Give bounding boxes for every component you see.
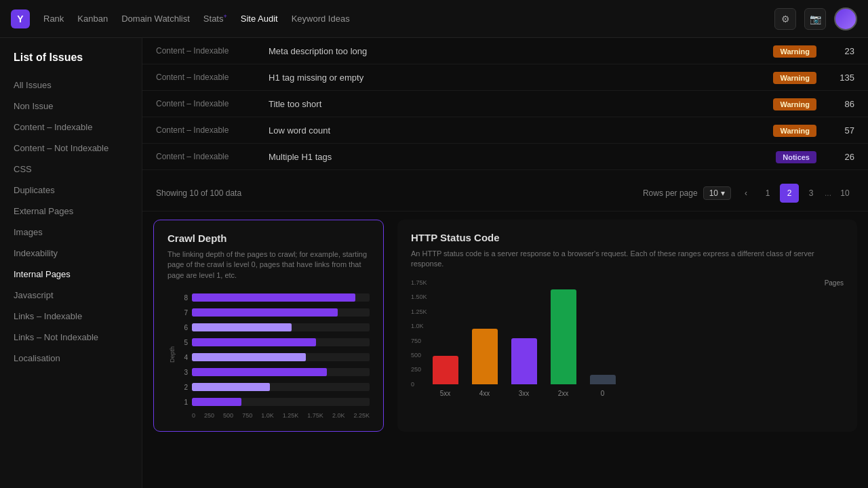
sidebar-item-all-issues[interactable]: All Issues [0, 75, 142, 96]
vbar-label-0: 0 [601, 390, 605, 397]
issue-count: 23 [827, 46, 854, 56]
issue-name: Meta description too long [269, 46, 762, 56]
vbar-4xx: 4xx [472, 329, 498, 397]
issues-table: Content – Indexable Meta description too… [142, 38, 868, 176]
issue-type: Content – Indexable [156, 152, 258, 161]
avatar[interactable] [834, 7, 857, 30]
sidebar-item-content-not-indexable[interactable]: Content – Not Indexable [0, 138, 142, 159]
sidebar-item-images[interactable]: Images [0, 222, 142, 243]
showing-text: Showing 10 of 100 data [156, 188, 241, 198]
issue-count: 86 [827, 99, 854, 109]
sidebar-item-css[interactable]: CSS [0, 159, 142, 180]
issue-name: Title too short [269, 99, 762, 109]
sidebar-item-non-issue[interactable]: Non Issue [0, 96, 142, 117]
sidebar-item-links-not-indexable[interactable]: Links – Not Indexable [0, 327, 142, 348]
nav-keyword-ideas[interactable]: Keyword Ideas [292, 14, 350, 24]
nav-rank[interactable]: Rank [43, 14, 64, 24]
issue-badge: Warning [773, 98, 816, 110]
settings-icon[interactable]: ⚙ [774, 8, 796, 30]
vbar-label-3xx: 3xx [519, 390, 530, 397]
page-buttons: ‹ 1 2 3 ... 10 [736, 184, 854, 203]
charts-area: Crawl Depth The linking depth of the pag… [142, 211, 868, 440]
logo: Y [11, 9, 30, 28]
table-row: Content – Indexable Title too short Warn… [142, 91, 868, 117]
vbar-bars: 5xx 4xx 3xx [433, 289, 844, 397]
bar-2xx [551, 289, 576, 384]
http-desc: An HTTP status code is a server response… [411, 249, 844, 270]
chevron-down-icon: ▾ [721, 188, 725, 198]
crawl-depth-desc: The linking depth of the pages to crawl;… [167, 249, 370, 281]
sidebar-item-javascript[interactable]: Javascript [0, 285, 142, 306]
issue-type: Content – Indexable [156, 99, 258, 108]
bar-4xx [472, 329, 498, 384]
http-status-card: HTTP Status Code An HTTP status code is … [397, 220, 857, 432]
table-row: Content – Indexable H1 tag missing or em… [142, 64, 868, 91]
issue-name: H1 tag missing or empty [269, 73, 762, 83]
sidebar-item-indexability[interactable]: Indexability [0, 243, 142, 264]
vbar-label-2xx: 2xx [558, 390, 569, 397]
page-btn-3[interactable]: 3 [802, 184, 821, 203]
bar-3xx [511, 338, 537, 384]
nav-kanban[interactable]: Kanban [77, 14, 108, 24]
page-btn-10[interactable]: 10 [835, 184, 854, 203]
table-row: Content – Indexable Low word count Warni… [142, 117, 868, 144]
page-btn-2[interactable]: 2 [780, 184, 799, 203]
issue-count: 26 [827, 152, 854, 162]
bar-0 [590, 375, 616, 384]
issue-badge: Warning [773, 124, 816, 136]
bar-5xx [433, 356, 458, 384]
pagination-right: Rows per page 10 ▾ ‹ 1 2 3 ... 10 [643, 184, 854, 203]
issue-badge: Warning [773, 45, 816, 57]
rows-per-page-select[interactable]: 10 ▾ [703, 186, 731, 200]
sidebar-item-duplicates[interactable]: Duplicates [0, 180, 142, 201]
sidebar-item-internal-pages[interactable]: Internal Pages [0, 264, 142, 285]
nav-stats[interactable]: Stats+ [203, 13, 227, 24]
sidebar: List of Issues All Issues Non Issue Cont… [0, 38, 142, 488]
page-btn-prev[interactable]: ‹ [736, 184, 755, 203]
issue-count: 57 [827, 125, 854, 136]
topnav-right: ⚙ 📷 [774, 7, 857, 30]
sidebar-item-links-indexable[interactable]: Links – Indexable [0, 306, 142, 327]
issue-count: 135 [827, 73, 854, 83]
nav-site-audit[interactable]: Site Audit [241, 14, 278, 24]
vbar-label-4xx: 4xx [479, 390, 490, 397]
depth-axis-label: Depth [169, 346, 176, 363]
issue-badge: Warning [773, 71, 816, 83]
camera-icon[interactable]: 📷 [804, 8, 826, 30]
pagination-bar: Showing 10 of 100 data Rows per page 10 … [142, 176, 868, 211]
pages-label: Pages [433, 279, 844, 287]
issue-badge: Notices [776, 150, 816, 163]
layout: List of Issues All Issues Non Issue Cont… [0, 38, 868, 488]
vbar-5xx: 5xx [433, 356, 458, 397]
page-btn-1[interactable]: 1 [758, 184, 777, 203]
crawl-depth-card: Crawl Depth The linking depth of the pag… [153, 220, 384, 432]
table-row: Content – Indexable Meta description too… [142, 38, 868, 64]
issue-name: Multiple H1 tags [269, 152, 765, 162]
crawl-depth-title: Crawl Depth [167, 232, 370, 244]
rows-per-page-label: Rows per page [643, 188, 698, 198]
vbar-y-labels: 0 250 500 750 1.0K 1.25K 1.50K 1.75K [411, 279, 433, 388]
nav-items: Rank Kanban Domain Watchlist Stats+ Site… [43, 13, 350, 24]
sidebar-item-external-pages[interactable]: External Pages [0, 201, 142, 222]
vbar-0: 0 [590, 375, 616, 397]
nav-domain-watchlist[interactable]: Domain Watchlist [121, 14, 190, 24]
issue-type: Content – Indexable [156, 73, 258, 82]
main: Content – Indexable Meta description too… [142, 38, 868, 488]
table-row: Content – Indexable Multiple H1 tags Not… [142, 144, 868, 170]
hbar-chart: 8 7 6 5 4 3 2 [180, 290, 370, 409]
vbar-2xx: 2xx [551, 289, 576, 397]
sidebar-item-content-indexable[interactable]: Content – Indexable [0, 117, 142, 138]
hbar-x-axis: 02505007501.0K1.25K1.75K2.0K2.25K [180, 412, 370, 419]
issue-type: Content – Indexable [156, 125, 258, 135]
issue-name: Low word count [269, 125, 762, 136]
sidebar-title: List of Issues [0, 52, 142, 75]
vbar-3xx: 3xx [511, 338, 537, 397]
topnav: Y Rank Kanban Domain Watchlist Stats+ Si… [0, 0, 868, 38]
http-title: HTTP Status Code [411, 232, 844, 243]
page-dots: ... [823, 188, 833, 198]
issue-type: Content – Indexable [156, 46, 258, 56]
sidebar-item-localisation[interactable]: Localisation [0, 348, 142, 369]
rows-value: 10 [709, 188, 718, 198]
vbar-label-5xx: 5xx [440, 390, 451, 397]
